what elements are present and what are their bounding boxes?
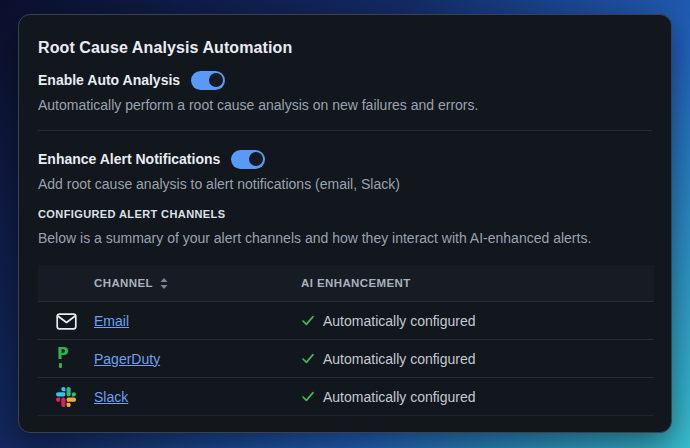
alert-channels-table: CHANNEL AI ENHANCEMENT xyxy=(38,265,654,416)
page-title: Root Cause Analysis Automation xyxy=(38,39,652,57)
table-header-row: CHANNEL AI ENHANCEMENT xyxy=(38,265,654,302)
setting-description: Add root cause analysis to alert notific… xyxy=(38,176,652,193)
setting-label: Enhance Alert Notifications xyxy=(38,151,220,167)
setting-label: Enable Auto Analysis xyxy=(38,72,180,88)
pagerduty-icon: P xyxy=(56,348,76,369)
table-row-slack: Slack Automatically configured xyxy=(38,378,654,416)
check-icon xyxy=(301,314,315,327)
setting-enable-auto-analysis: Enable Auto Analysis xyxy=(38,70,652,90)
enhancement-status: Automatically configured xyxy=(323,389,476,405)
slack-icon xyxy=(56,387,76,407)
channel-column-header[interactable]: CHANNEL xyxy=(94,265,301,302)
channel-link-email[interactable]: Email xyxy=(94,313,129,329)
settings-card: Root Cause Analysis Automation Enable Au… xyxy=(18,14,672,433)
setting-description: Automatically perform a root cause analy… xyxy=(38,97,652,114)
toggle-knob xyxy=(209,73,223,87)
enhancement-status: Automatically configured xyxy=(323,313,476,329)
sort-icon xyxy=(160,278,168,289)
divider xyxy=(38,130,652,131)
email-icon xyxy=(56,313,77,330)
configured-alert-channels-heading: CONFIGURED ALERT CHANNELS xyxy=(38,208,652,220)
enable-auto-analysis-toggle[interactable] xyxy=(191,71,225,90)
setting-enhance-alert-notifications: Enhance Alert Notifications xyxy=(38,149,652,169)
enhancement-status: Automatically configured xyxy=(323,351,476,367)
channel-column-label: CHANNEL xyxy=(94,277,153,289)
channels-summary: Below is a summary of your alert channel… xyxy=(38,230,652,247)
channel-link-slack[interactable]: Slack xyxy=(94,389,128,405)
check-icon xyxy=(301,390,315,403)
channel-link-pagerduty[interactable]: PagerDuty xyxy=(94,351,160,367)
table-row-pagerduty: P PagerDuty Automatically configured xyxy=(38,340,654,378)
icon-column-header xyxy=(38,265,94,302)
table-row-email: Email Automatically configured xyxy=(38,302,654,340)
ai-enhancement-column-header: AI ENHANCEMENT xyxy=(301,265,654,302)
enhance-alert-notifications-toggle[interactable] xyxy=(231,150,265,169)
toggle-knob xyxy=(249,152,263,166)
check-icon xyxy=(301,352,315,365)
